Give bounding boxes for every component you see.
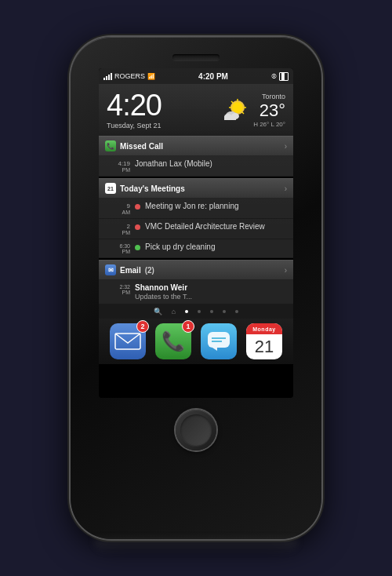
app-messages[interactable] [201,323,237,359]
missed-call-time: 4:19 [107,159,130,167]
missed-call-row[interactable]: 4:19 PM Jonathan Lax (Mobile) [99,156,293,177]
calendar-day: Monday [246,323,282,334]
calendar-date: 21 [246,334,282,359]
carrier-label: ROGERS [114,72,145,80]
missed-call-chevron: › [285,142,287,151]
weather-range: H 26° L 20° [253,121,285,128]
meeting-text-1: Meeting w Jon re: planning [145,202,285,210]
email-header[interactable]: ✉ Email (2) › [99,260,293,280]
battery-icon: ▋ [279,72,289,81]
home-icon[interactable]: ⌂ [172,308,176,315]
search-icon[interactable]: 🔍 [154,308,162,315]
meetings-label: Today's Meetings [120,184,185,193]
home-button[interactable] [176,410,216,450]
big-time: 4:20 [107,90,162,120]
missed-call-label: Missed Call [120,142,163,151]
missed-call-name: Jonathan Lax (Mobile) [135,159,285,168]
meeting-row-1[interactable]: 9 AM Meeting w Jon re: planning [99,199,293,219]
app-mail[interactable]: 2 [110,323,146,359]
svg-line-6 [231,101,233,103]
phone-icon: 📞 [105,140,116,151]
email-row[interactable]: 2:32 PM Shannon Weir Updates to the T... [99,280,293,304]
page-dot-3 [210,310,213,313]
signal-bars [103,73,112,80]
phone-icon-glyph: 📞 [162,330,185,352]
status-left: ROGERS 📶 [103,72,155,80]
home-button-inner [180,414,212,446]
dock-nav-bar: 🔍 ⌂ [99,304,293,319]
meeting-text-2: VMC Detailed Architecture Review [145,222,285,231]
meeting-dot-1 [135,204,140,210]
mail-badge: 2 [136,320,149,333]
meeting-dot-2 [135,224,140,230]
app-dock: 🔍 ⌂ 2 [99,304,293,364]
clock-block: 4:20 Tuesday, Sept 21 [107,90,162,129]
svg-point-1 [232,102,243,113]
app-calendar[interactable]: Monday 21 [246,323,282,359]
meeting-dot-3 [135,245,140,250]
weather-block: Toronto 23° H 26° L 20° [253,93,285,128]
notifications-list: 📞 Missed Call › 4:19 PM Jonathan Lax (Mo… [99,136,293,304]
svg-line-7 [242,112,244,114]
weather-city: Toronto [253,93,285,100]
wifi-icon: 📶 [147,73,155,80]
messages-icon-svg [206,330,231,352]
email-chevron: › [285,266,287,275]
meeting-row-2[interactable]: 2 PM VMC Detailed Architecture Review [99,219,293,239]
meeting-row-3[interactable]: 6:30 PM Pick up dry cleaning [99,239,293,258]
email-label: Email [120,266,141,275]
weather-temp: 23° [253,100,285,121]
app-phone[interactable]: 1 📞 [155,323,191,359]
location-icon: ⦿ [271,74,277,79]
status-right: ⦿ ▋ [271,72,289,81]
page-dot-4 [223,310,226,313]
mail-icon: ✉ [105,264,116,275]
meetings-header[interactable]: 21 Today's Meetings › [99,178,293,199]
calendar-icon: 21 [105,183,116,194]
meetings-chevron: › [285,184,287,193]
svg-marker-14 [212,348,217,351]
top-speaker [172,54,220,60]
mail-icon-svg [114,330,142,352]
home-button-area [176,398,216,466]
page-dot-5 [235,310,238,313]
lock-screen-top: 4:20 Tuesday, Sept 21 [99,84,293,136]
meeting-text-3: Pick up dry cleaning [145,242,285,251]
screen: ROGERS 📶 4:20 PM ⦿ ▋ 4:20 Tuesday, Sept … [99,68,293,398]
svg-rect-11 [224,116,236,120]
status-bar: ROGERS 📶 4:20 PM ⦿ ▋ [99,68,293,84]
phone-badge: 1 [182,320,194,333]
status-time: 4:20 PM [198,72,228,81]
missed-call-header[interactable]: 📞 Missed Call › [99,136,293,156]
phone-device: ROGERS 📶 4:20 PM ⦿ ▋ 4:20 Tuesday, Sept … [71,37,321,539]
page-dot-1 [185,310,188,313]
svg-rect-13 [208,332,230,348]
page-dot-2 [198,310,201,313]
dock-apps-row: 2 1 📞 [99,319,293,364]
date-line: Tuesday, Sept 21 [107,122,162,129]
email-sender: Shannon Weir Updates to the T... [135,283,285,301]
weather-icon [220,98,250,122]
email-count: (2) [145,266,154,275]
